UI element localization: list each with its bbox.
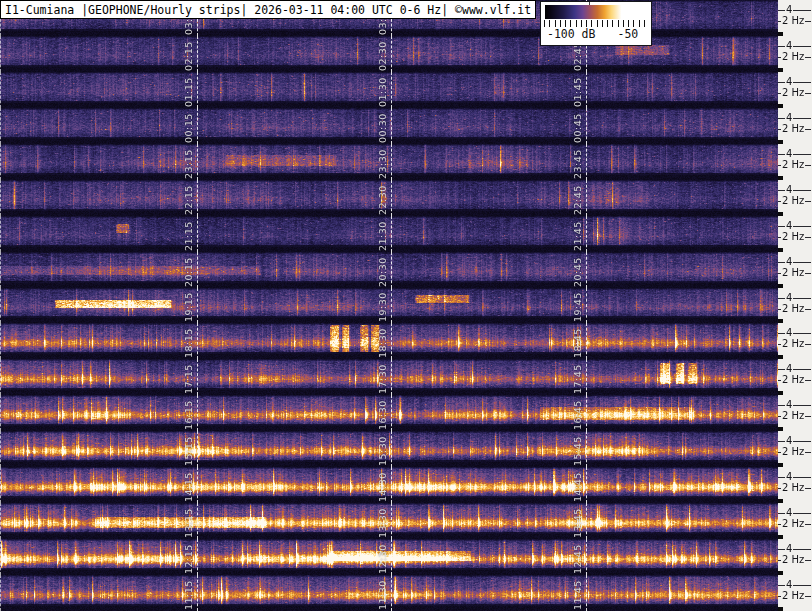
freq-axis-block-20: 42 Hz xyxy=(778,252,812,288)
freq-tick-label: 4 xyxy=(785,77,793,87)
freq-axis-block-19: 42 Hz xyxy=(778,288,812,323)
quarter-hour-gridline xyxy=(197,539,198,575)
time-grid-overlay: 03:1503:3003:4502:1502:3002:4501:1501:30… xyxy=(0,0,778,611)
quarter-hour-gridline xyxy=(391,180,392,216)
freq-tick-mark xyxy=(778,190,785,191)
freq-tick-4hz: 4 xyxy=(778,436,811,446)
time-tick-label: 18:45 xyxy=(572,323,584,358)
time-tick-label: 15:30 xyxy=(377,431,389,466)
freq-tick-mark xyxy=(805,309,811,310)
quarter-hour-gridline xyxy=(391,216,392,252)
hour-start-gridline xyxy=(0,575,1,611)
time-tick-label: 19:15 xyxy=(183,288,195,322)
freq-tick-label: 4 xyxy=(785,328,793,338)
freq-tick-mark xyxy=(778,585,785,586)
colorbar-label-min: -100 dB xyxy=(547,28,595,41)
freq-tick-label: 2 Hz xyxy=(781,483,805,493)
quarter-hour-gridline xyxy=(586,539,587,575)
freq-axis-block-12: 42 Hz xyxy=(778,539,812,575)
freq-axis-block-16: 42 Hz xyxy=(778,395,812,431)
colorbar-marker xyxy=(589,2,590,5)
freq-tick-mark xyxy=(778,298,785,299)
vlf-spectrogram-viewer: 03:1503:3003:4502:1502:3002:4501:1501:30… xyxy=(0,0,812,611)
hour-start-gridline xyxy=(0,216,1,252)
freq-tick-mark xyxy=(805,452,811,453)
hour-strip-row-21: 21:1521:3021:45 xyxy=(0,216,778,252)
quarter-hour-gridline xyxy=(197,431,198,467)
freq-tick-label: 4 xyxy=(785,580,793,590)
freq-axis-block-23: 42 Hz xyxy=(778,144,812,180)
time-tick-label: 16:15 xyxy=(183,395,195,430)
colorbar-ticks xyxy=(544,20,645,27)
quarter-hour-gridline xyxy=(586,72,587,108)
freq-tick-4hz: 4 xyxy=(778,5,811,15)
freq-axis-block-15: 42 Hz xyxy=(778,431,812,467)
hour-start-gridline xyxy=(0,359,1,395)
time-tick-label: 15:15 xyxy=(183,431,195,466)
freq-tick-mark xyxy=(793,477,811,478)
freq-tick-label: 2 Hz xyxy=(781,160,805,170)
freq-tick-4hz: 4 xyxy=(778,293,811,303)
time-tick-label: 22:15 xyxy=(183,180,195,215)
hour-strip-row-12: 12:1512:3012:45 xyxy=(0,539,778,575)
quarter-hour-gridline xyxy=(586,503,587,539)
freq-tick-mark xyxy=(778,154,785,155)
freq-tick-mark xyxy=(805,596,811,597)
hour-strip-row-15: 15:1515:3015:45 xyxy=(0,431,778,467)
time-tick-label: 23:45 xyxy=(572,144,584,179)
quarter-hour-gridline xyxy=(197,288,198,323)
freq-tick-label: 2 Hz xyxy=(781,52,805,62)
freq-tick-2hz: 2 Hz xyxy=(778,52,811,62)
hour-start-gridline xyxy=(0,288,1,323)
quarter-hour-gridline xyxy=(391,431,392,467)
freq-tick-2hz: 2 Hz xyxy=(778,591,811,601)
freq-axis-block-22: 42 Hz xyxy=(778,180,812,216)
hour-start-gridline xyxy=(0,467,1,503)
freq-tick-mark xyxy=(778,513,785,514)
hour-strip-row-23: 23:1523:3023:45 xyxy=(0,144,778,180)
freq-tick-mark xyxy=(778,405,785,406)
quarter-hour-gridline xyxy=(391,323,392,359)
time-tick-label: 11:45 xyxy=(572,575,584,610)
time-tick-label: 20:15 xyxy=(183,252,195,287)
freq-tick-label: 4 xyxy=(785,544,793,554)
time-tick-label: 00:15 xyxy=(183,108,195,143)
freq-axis-block-17: 42 Hz xyxy=(778,359,812,395)
freq-tick-2hz: 2 Hz xyxy=(778,555,811,565)
freq-tick-2hz: 2 Hz xyxy=(778,375,811,385)
quarter-hour-gridline xyxy=(197,323,198,359)
freq-tick-4hz: 4 xyxy=(778,364,811,374)
freq-tick-mark xyxy=(793,46,811,47)
quarter-hour-gridline xyxy=(391,252,392,288)
quarter-hour-gridline xyxy=(197,216,198,252)
time-tick-label: 17:45 xyxy=(572,359,584,394)
freq-tick-4hz: 4 xyxy=(778,328,811,338)
quarter-hour-gridline xyxy=(197,467,198,503)
hour-strip-row-18: 18:1518:3018:45 xyxy=(0,323,778,359)
quarter-hour-gridline xyxy=(586,395,587,431)
time-tick-label: 22:45 xyxy=(572,180,584,215)
freq-tick-mark xyxy=(778,46,785,47)
freq-tick-label: 4 xyxy=(785,293,793,303)
freq-tick-mark xyxy=(805,201,811,202)
freq-tick-mark xyxy=(793,441,811,442)
freq-tick-mark xyxy=(793,405,811,406)
quarter-hour-gridline xyxy=(586,431,587,467)
freq-tick-mark xyxy=(793,82,811,83)
quarter-hour-gridline xyxy=(586,108,587,144)
time-tick-label: 11:30 xyxy=(377,575,389,610)
freq-tick-2hz: 2 Hz xyxy=(778,483,811,493)
freq-tick-mark xyxy=(793,369,811,370)
time-tick-label: 18:15 xyxy=(183,323,195,358)
time-tick-label: 20:30 xyxy=(377,252,389,287)
freq-tick-mark xyxy=(778,477,785,478)
freq-tick-mark xyxy=(805,129,811,130)
quarter-hour-gridline xyxy=(586,216,587,252)
quarter-hour-gridline xyxy=(197,36,198,72)
quarter-hour-gridline xyxy=(586,575,587,611)
freq-tick-4hz: 4 xyxy=(778,185,811,195)
hour-start-gridline xyxy=(0,252,1,288)
quarter-hour-gridline xyxy=(197,252,198,288)
page-title: I1-Cumiana |GEOPHONE/Hourly strips| 2026… xyxy=(5,3,531,17)
hour-start-gridline xyxy=(0,180,1,216)
